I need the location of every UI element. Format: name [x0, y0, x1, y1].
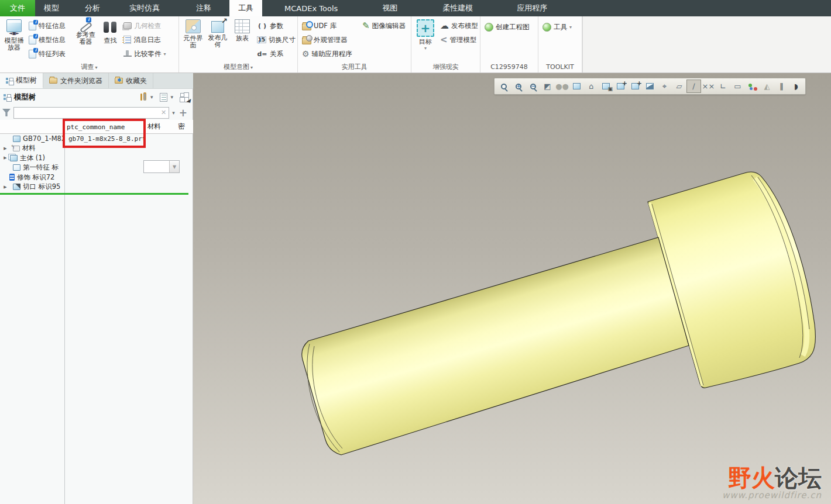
section-view-icon[interactable]	[643, 80, 657, 93]
image-editor-button[interactable]: ✎图像编辑器	[360, 19, 409, 33]
column-ptc-common-name[interactable]: ptc_common_name	[64, 123, 145, 133]
udf-library-button[interactable]: UDF 库	[300, 19, 360, 33]
column-density[interactable]: 密	[176, 122, 193, 133]
compare-parts-button[interactable]: 比较零件▾	[121, 47, 177, 61]
group-label-utilities[interactable]: 实用工具	[298, 63, 411, 73]
auxiliary-applications-button[interactable]: ⚙辅助应用程序	[300, 47, 360, 61]
feature-list-button[interactable]: 特征列表	[26, 47, 73, 61]
t-feature-icon	[13, 164, 20, 171]
point-display-icon[interactable]: ××	[701, 80, 716, 93]
tab-analysis[interactable]: 分析	[76, 0, 109, 16]
group-label-augmented-reality[interactable]: 增强现实	[411, 63, 480, 73]
graphics-viewport[interactable]: + − ◩ ●● ⌂	[193, 73, 831, 504]
clear-filter-icon[interactable]: ✕	[159, 109, 169, 116]
csys-display-icon[interactable]: ∟	[716, 80, 730, 93]
tree-column-headers: ptc_common_name 材料 密	[0, 120, 193, 134]
relations-button[interactable]: d=关系	[255, 47, 299, 61]
publish-model-button[interactable]: ☁发布模型	[438, 19, 479, 33]
t-material-icon	[13, 146, 20, 151]
tab-applications[interactable]: 应用程序	[508, 0, 556, 16]
parameters-button[interactable]: ( )参数	[255, 19, 299, 33]
tab-folder-browser[interactable]: 文件夹浏览器	[43, 73, 109, 88]
tree-display-button[interactable]	[180, 93, 190, 102]
pause-icon[interactable]: ‖	[774, 80, 789, 93]
view-manager-icon[interactable]	[599, 80, 613, 93]
spin-center-icon[interactable]	[745, 80, 760, 93]
watermark-url: www.proewildfire.cn	[722, 491, 822, 500]
axis-display-icon[interactable]: ∕	[686, 80, 701, 93]
green-ball-icon	[485, 23, 493, 32]
tree-node-common-name: gb70_1-m8x25-8_8.prt	[65, 135, 146, 143]
expander-icon[interactable]: ▶	[2, 156, 8, 160]
annotation-display-icon[interactable]: ▭	[730, 80, 745, 93]
chevron-down-icon: ▾	[167, 94, 176, 100]
tree-row[interactable]: 修饰 标识72	[0, 172, 193, 182]
tab-annotate[interactable]: 注释	[187, 0, 220, 16]
tree-row[interactable]: ▶ 材料	[0, 144, 193, 154]
tab-mcadex-tools[interactable]: MCADEx Tools	[276, 0, 346, 16]
compare-parts-icon	[123, 50, 132, 57]
saved-orientations-icon[interactable]: ⌂	[584, 80, 599, 93]
add-filter-button[interactable]: +	[178, 107, 191, 119]
model-player-button[interactable]: ◄■► 模型播放器	[2, 18, 26, 63]
group-label-c12959748[interactable]: C12959748	[480, 63, 538, 73]
named-view-icon[interactable]	[628, 80, 643, 93]
zoom-in-icon[interactable]: +	[511, 80, 526, 93]
column-name[interactable]	[0, 131, 64, 133]
zoom-out-icon[interactable]: −	[526, 80, 540, 93]
group-label-investigate[interactable]: 调查▾	[0, 63, 178, 73]
message-log-button[interactable]: 消息日志	[121, 33, 177, 47]
plane-display-icon[interactable]: ▱	[672, 80, 686, 93]
refit-icon[interactable]: ◩	[540, 80, 555, 93]
tab-flexible-modeling[interactable]: 柔性建模	[434, 0, 482, 16]
publish-geometry-button[interactable]: 发布几何	[205, 18, 230, 63]
tab-tools[interactable]: 工具	[229, 0, 262, 16]
shading-style-icon[interactable]: ●●	[555, 80, 569, 93]
tab-file[interactable]: 文件	[0, 0, 35, 16]
tab-live-sim[interactable]: 实时仿真	[121, 0, 169, 16]
feature-info-button[interactable]: 特征信息	[26, 19, 73, 33]
tab-model[interactable]: 模型	[35, 0, 68, 16]
previous-view-icon[interactable]	[613, 80, 628, 93]
ribbon-group-c12959748: 创建工程图 C12959748	[480, 16, 538, 73]
ribbon: ◄■► 模型播放器 特征信息 模型信息 特征列表 参考查看器 查找 几何	[0, 16, 831, 73]
column-material[interactable]: 材料	[145, 122, 176, 133]
expander-icon[interactable]: ▶	[2, 146, 8, 151]
switch-dimensions-button[interactable]: 15切换尺寸	[255, 33, 299, 47]
tree-tools-button[interactable]: ▾	[139, 93, 156, 101]
tree-row[interactable]: ▶ 切口 标识95	[0, 182, 193, 192]
tab-favorites[interactable]: 收藏夹	[109, 73, 153, 88]
family-table-button[interactable]: 族表	[230, 18, 255, 63]
create-drawing-button[interactable]: 创建工程图	[482, 20, 534, 34]
group-label-toolkit[interactable]: TOOLKIT	[538, 63, 582, 73]
model-info-button[interactable]: 模型信息	[26, 33, 73, 47]
material-combobox[interactable]: ▼	[143, 160, 180, 173]
group-label-model-intent[interactable]: 模型意图▾	[179, 63, 297, 73]
capture-icon[interactable]: ◗	[789, 80, 803, 93]
tree-settings-button[interactable]: ▾	[160, 93, 176, 102]
tree-filter-input[interactable]	[14, 108, 159, 118]
ribbon-group-model-intent: 元件界面 发布几何 族表 ( )参数 15切换尺寸 d=关系 模型意图▾	[179, 16, 298, 73]
target-button[interactable]: + 目标 ▾	[413, 18, 438, 63]
tree-row[interactable]: GB70_1-M8X25-8 gb70_1-m8x25-8_8.prt	[0, 134, 193, 144]
zoom-region-icon[interactable]	[496, 80, 511, 93]
manage-models-button[interactable]: <管理模型	[438, 33, 479, 47]
tree-node-label: 材料	[22, 144, 64, 153]
bolt-model[interactable]	[193, 73, 831, 504]
datum-display-filters-icon[interactable]: ⌖	[657, 80, 672, 93]
3d-mode-icon[interactable]: ◭	[760, 80, 774, 93]
tab-view[interactable]: 视图	[373, 0, 406, 16]
component-interface-button[interactable]: 元件界面	[181, 18, 205, 63]
appearance-manager-button[interactable]: 外观管理器	[300, 33, 360, 47]
toolkit-tools-button[interactable]: 工具▾	[540, 20, 576, 34]
geometry-check-icon	[123, 22, 132, 29]
tab-model-tree[interactable]: 模型树	[0, 73, 43, 88]
expander-icon[interactable]: ▶	[2, 185, 8, 189]
filter-dropdown-icon[interactable]: ▾	[169, 110, 178, 116]
display-style-icon[interactable]	[569, 80, 584, 93]
find-button[interactable]: 查找	[99, 18, 121, 63]
reference-viewer-button[interactable]: 参考查看器	[73, 18, 99, 63]
model-tree-icon	[6, 77, 13, 84]
creo-window: 文件 模型 分析 实时仿真 注释 工具 MCADEx Tools 视图 柔性建模…	[0, 0, 831, 504]
chevron-down-icon[interactable]: ▼	[169, 161, 179, 172]
